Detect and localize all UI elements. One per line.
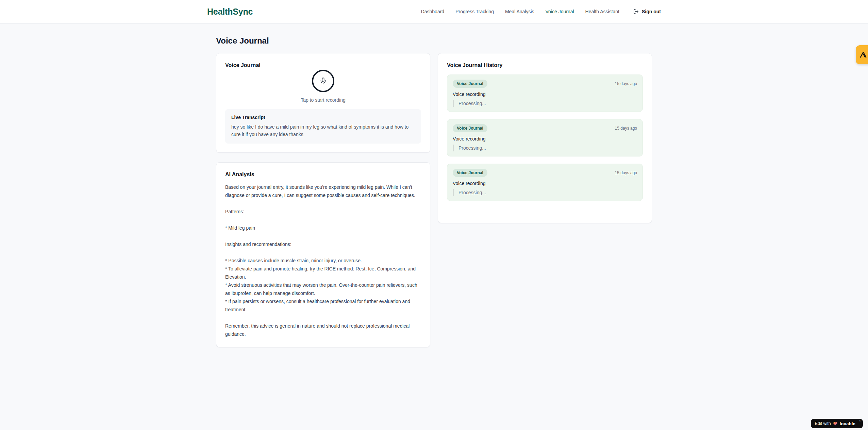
caret-a-logo-icon — [859, 50, 868, 59]
entry-status: Processing... — [453, 100, 637, 107]
nav-item-progress-tracking[interactable]: Progress Tracking — [455, 9, 494, 14]
live-transcript-text: hey so like I do have a mild pain in my … — [231, 123, 415, 138]
main-nav: Dashboard Progress Tracking Meal Analysi… — [421, 9, 661, 14]
sign-out-button[interactable]: Sign out — [633, 9, 661, 14]
entry-type-badge: Voice Journal — [453, 124, 487, 132]
entry-status: Processing... — [453, 189, 637, 196]
edit-with-label: Edit with — [815, 421, 831, 426]
log-out-icon — [633, 9, 639, 14]
microphone-icon — [319, 77, 327, 85]
entry-timestamp: 15 days ago — [615, 81, 637, 86]
entry-title: Voice recording — [453, 92, 637, 97]
nav-item-health-assistant[interactable]: Health Assistant — [585, 9, 619, 14]
live-transcript-label: Live Transcript — [231, 115, 415, 120]
live-transcript-box: Live Transcript hey so like I do have a … — [225, 109, 421, 144]
top-navigation-bar: HealthSync Dashboard Progress Tracking M… — [0, 0, 868, 23]
history-card-title: Voice Journal History — [447, 62, 643, 68]
entry-timestamp: 15 days ago — [615, 170, 637, 175]
page-title: Voice Journal — [216, 36, 652, 46]
history-entry-list: Voice Journal 15 days ago Voice recordin… — [447, 75, 643, 201]
left-column: Voice Journal Tap to start recording — [216, 53, 430, 347]
nav-item-meal-analysis[interactable]: Meal Analysis — [505, 9, 534, 14]
nav-item-dashboard[interactable]: Dashboard — [421, 9, 445, 14]
entry-type-badge: Voice Journal — [453, 169, 487, 177]
nav-item-voice-journal[interactable]: Voice Journal — [546, 9, 574, 14]
ai-analysis-body: Based on your journal entry, it sounds l… — [225, 183, 421, 338]
history-entry[interactable]: Voice Journal 15 days ago Voice recordin… — [447, 119, 643, 156]
right-column: Voice Journal History Voice Journal 15 d… — [438, 53, 652, 223]
edit-with-lovable-badge[interactable]: Edit with lovable × — [811, 419, 863, 428]
history-entry[interactable]: Voice Journal 15 days ago Voice recordin… — [447, 75, 643, 112]
sign-out-label: Sign out — [642, 9, 661, 14]
ai-analysis-title: AI Analysis — [225, 171, 421, 178]
voice-journal-card: Voice Journal Tap to start recording — [216, 53, 430, 153]
entry-title: Voice recording — [453, 136, 637, 142]
main-content: Voice Journal Voice Journal — [216, 23, 652, 347]
recorder-card-title: Voice Journal — [225, 62, 421, 68]
entry-type-badge: Voice Journal — [453, 80, 487, 88]
close-icon[interactable]: × — [859, 419, 861, 423]
lovable-label: lovable — [840, 421, 855, 426]
side-tool-badge[interactable] — [856, 45, 868, 64]
history-entry[interactable]: Voice Journal 15 days ago Voice recordin… — [447, 164, 643, 201]
voice-journal-history-card: Voice Journal History Voice Journal 15 d… — [438, 53, 652, 223]
entry-title: Voice recording — [453, 181, 637, 186]
tap-to-record-hint: Tap to start recording — [301, 97, 346, 103]
ai-analysis-card: AI Analysis Based on your journal entry,… — [216, 162, 430, 347]
record-button[interactable] — [312, 70, 334, 92]
entry-timestamp: 15 days ago — [615, 126, 637, 131]
entry-status: Processing... — [453, 145, 637, 151]
lovable-heart-icon — [833, 421, 838, 426]
app-logo[interactable]: HealthSync — [207, 7, 253, 17]
